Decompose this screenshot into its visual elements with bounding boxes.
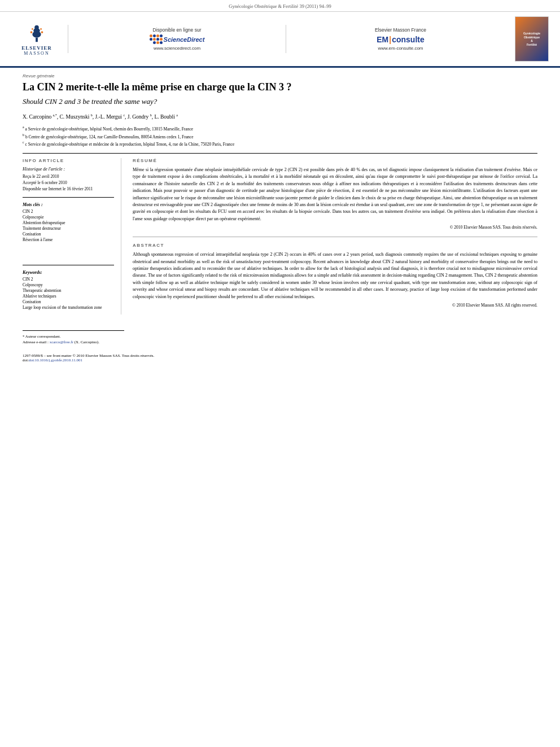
two-column-layout: INFO ARTICLE Historique de l'article : R… bbox=[23, 158, 537, 314]
footer-doi: doi:doi:10.1016/j.gyobfe.2010.11.001 bbox=[23, 358, 537, 362]
authors-line: X. Carcopino a,*, C. Muszynski b, J.-L. … bbox=[23, 113, 537, 121]
em-consulte-url: www.em-consulte.com bbox=[378, 46, 423, 51]
elsevier-tree-icon bbox=[26, 23, 47, 44]
author-sup-c: c bbox=[123, 113, 125, 117]
author-email-name: (X. Carcopino). bbox=[75, 340, 99, 344]
dot5 bbox=[150, 38, 152, 41]
resume-text: Même si la régression spontanée d'une né… bbox=[133, 167, 537, 222]
masson-sub-text: MASSON bbox=[24, 51, 49, 56]
history-available: Disponible sur Internet le 16 février 20… bbox=[23, 186, 114, 191]
resume-abstract-divider bbox=[133, 237, 537, 237]
sciencedirect-logo: ScienceDirect bbox=[150, 34, 205, 44]
sciencedirect-text: ScienceDirect bbox=[164, 36, 205, 43]
abstract-section: ABSTRACT Although spontaneous regression… bbox=[133, 243, 537, 308]
footer-note2: Adresse e-mail : xcarco@free.fr (X. Carc… bbox=[23, 340, 537, 344]
kw-fr-5: Conisation bbox=[23, 231, 114, 237]
keywords-en-title: Keywords: bbox=[23, 270, 114, 275]
thumb-line1: Gynécologie bbox=[523, 32, 540, 36]
journal-citation: Gynécologie Obstétrique & Fertilité 39 (… bbox=[229, 3, 331, 9]
keywords-divider-en bbox=[23, 265, 114, 265]
footer-divider bbox=[23, 330, 124, 331]
resume-section: RÉSUMÉ Même si la régression spontanée d… bbox=[133, 158, 537, 230]
kw-fr-3: Abstention thérapeutique bbox=[23, 220, 114, 225]
banner: ELSEVIER MASSON Disponible en ligne sur bbox=[0, 12, 560, 68]
em-consulte-logo: EM | consulte bbox=[377, 35, 425, 44]
kw-en-4: Ablative techniques bbox=[23, 294, 114, 299]
dot1 bbox=[150, 34, 152, 37]
elsevier-logo-section: ELSEVIER MASSON bbox=[11, 23, 62, 56]
thumb-line4: Fertilité bbox=[523, 43, 540, 47]
affil-sup-a: a bbox=[23, 125, 24, 129]
resume-title: RÉSUMÉ bbox=[133, 158, 537, 163]
svg-point-7 bbox=[40, 28, 42, 29]
abstract-copyright: © 2010 Elsevier Masson SAS. All rights r… bbox=[133, 303, 537, 308]
dot11 bbox=[156, 41, 159, 44]
footer-section: * Auteur correspondant. Adresse e-mail :… bbox=[0, 326, 560, 367]
kw-en-6: Large loop excision of the transformatio… bbox=[23, 305, 114, 310]
history-label: Historique de l'article : bbox=[23, 167, 114, 172]
kw-en-5: Conisation bbox=[23, 299, 114, 304]
author-sup-a: a,* bbox=[53, 113, 57, 117]
dot9 bbox=[150, 41, 152, 44]
footer-issn: 1297-9589/$ – see front matter © 2010 El… bbox=[23, 353, 537, 358]
abstract-text: Although spontaneous regression of cervi… bbox=[133, 251, 537, 300]
affiliation-a: a a Service de gynécologie-obstétrique, … bbox=[23, 125, 537, 132]
sciencedirect-dots bbox=[150, 34, 163, 44]
dot4 bbox=[160, 34, 163, 37]
left-column: INFO ARTICLE Historique de l'article : R… bbox=[23, 158, 121, 314]
keywords-divider-fr bbox=[23, 197, 114, 198]
journal-header: Gynécologie Obstétrique & Fertilité 39 (… bbox=[0, 0, 560, 12]
svg-rect-0 bbox=[36, 37, 38, 42]
svg-point-6 bbox=[32, 28, 33, 29]
journal-thumbnail: Gynécologie Obstétrique & Fertilité bbox=[515, 16, 549, 62]
top-divider bbox=[23, 153, 537, 154]
author-sup-b2: b bbox=[150, 113, 152, 117]
page: Gynécologie Obstétrique & Fertilité 39 (… bbox=[0, 0, 560, 747]
sciencedirect-url: www.sciencedirect.com bbox=[154, 46, 200, 51]
right-column: RÉSUMÉ Même si la régression spontanée d… bbox=[133, 158, 537, 314]
dot12 bbox=[160, 41, 163, 44]
kw-en-3: Therapeutic abstention bbox=[23, 288, 114, 293]
elsevier-masson-france-label: Elsevier Masson France bbox=[375, 27, 426, 33]
author-sup-a2: a bbox=[176, 113, 178, 117]
kw-fr-6: Résection à l'anse bbox=[23, 237, 114, 242]
dot2 bbox=[153, 34, 156, 37]
author-email[interactable]: xcarco@free.fr bbox=[50, 340, 73, 344]
info-article-title: INFO ARTICLE bbox=[23, 158, 114, 163]
article-title-english: Should CIN 2 and 3 be treated the same w… bbox=[23, 97, 537, 107]
abstract-title: ABSTRACT bbox=[133, 243, 537, 248]
dot7 bbox=[156, 38, 159, 41]
available-online-label: Disponible en ligne sur bbox=[153, 27, 202, 33]
svg-point-4 bbox=[30, 31, 33, 33]
sciencedirect-section: Disponible en ligne sur ScienceDire bbox=[68, 25, 286, 53]
kw-fr-2: Colposcopie bbox=[23, 215, 114, 220]
affiliation-b: b b Centre de gynécologie-obstétrique, 1… bbox=[23, 133, 537, 140]
em-consulte-section: Elsevier Masson France EM | consulte www… bbox=[292, 25, 509, 53]
author-sup-b1: b bbox=[91, 113, 93, 117]
dot10 bbox=[153, 41, 156, 44]
keywords-fr-title: Mots clés : bbox=[23, 202, 114, 207]
footer-note1: * Auteur correspondant. bbox=[23, 334, 537, 339]
doi-link[interactable]: doi:10.1016/j.gyobfe.2010.11.001 bbox=[29, 358, 82, 362]
resume-copyright: © 2010 Elsevier Masson SAS. Tous droits … bbox=[133, 225, 537, 230]
kw-fr-4: Traitement destructeur bbox=[23, 226, 114, 231]
history-accepted: Accepté le 6 octobre 2010 bbox=[23, 180, 114, 185]
affiliation-c: c c Service de gynécologie-obstétrique e… bbox=[23, 140, 537, 147]
affil-sup-b: b bbox=[23, 133, 24, 137]
svg-point-5 bbox=[41, 31, 43, 33]
article-title-french: La CIN 2 merite-t-elle la même prise en … bbox=[23, 81, 537, 94]
section-label: Revue générale bbox=[23, 73, 537, 78]
consulte-text: consulte bbox=[392, 35, 425, 44]
affil-sup-c: c bbox=[23, 141, 24, 144]
kw-en-2: Colposcopy bbox=[23, 282, 114, 287]
main-content: Revue générale La CIN 2 merite-t-elle la… bbox=[0, 68, 560, 320]
dot6 bbox=[153, 38, 156, 41]
affiliations: a a Service de gynécologie-obstétrique, … bbox=[23, 125, 537, 147]
history-received: Reçu le 22 avril 2010 bbox=[23, 174, 114, 179]
em-pipe-icon: | bbox=[389, 35, 391, 44]
svg-point-3 bbox=[34, 25, 39, 29]
em-text: EM bbox=[377, 35, 388, 44]
kw-en-1: CIN 2 bbox=[23, 277, 114, 282]
elsevier-brand-text: ELSEVIER bbox=[21, 45, 52, 51]
dot8 bbox=[160, 38, 163, 41]
